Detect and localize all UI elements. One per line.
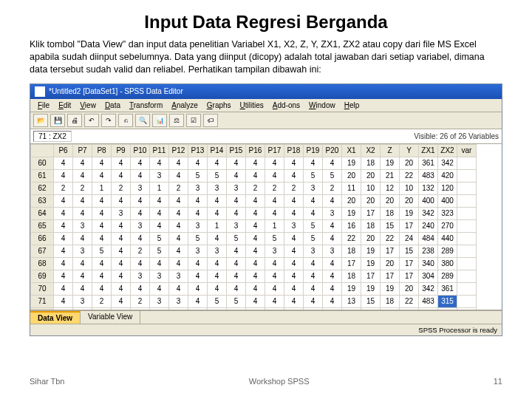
cell[interactable]: 400 — [419, 194, 438, 207]
cell[interactable]: 20 — [342, 194, 361, 207]
cell[interactable]: 4 — [73, 282, 92, 295]
cell[interactable]: 342 — [438, 157, 457, 169]
row-header[interactable]: 60 — [31, 157, 54, 169]
cell[interactable]: 483 — [419, 169, 438, 182]
cell[interactable]: 17 — [342, 257, 361, 270]
cell[interactable]: 3 — [304, 245, 323, 257]
cell[interactable]: 2 — [112, 182, 131, 194]
cell[interactable]: 4 — [112, 232, 131, 245]
cell[interactable]: 4 — [208, 194, 227, 207]
cell[interactable]: 5 — [188, 232, 208, 245]
cell[interactable]: 4 — [246, 232, 265, 245]
cell[interactable]: 3 — [169, 295, 188, 307]
row-header[interactable]: 70 — [31, 282, 54, 295]
cell[interactable]: 4 — [54, 194, 73, 207]
cell[interactable]: 4 — [150, 194, 169, 207]
tab-data-view[interactable]: Data View — [30, 311, 81, 324]
cell[interactable] — [112, 307, 131, 310]
redo-icon[interactable]: ↷ — [101, 114, 116, 127]
cell[interactable]: 289 — [438, 270, 457, 282]
row-header[interactable]: 65 — [31, 219, 54, 232]
column-header[interactable]: Y — [400, 144, 419, 157]
menu-edit[interactable]: Edit — [54, 100, 75, 110]
cell[interactable] — [54, 307, 73, 310]
cell[interactable]: 3 — [227, 182, 246, 194]
cell[interactable]: 4 — [188, 282, 208, 295]
cell[interactable]: 19 — [342, 282, 361, 295]
cell[interactable]: 342 — [419, 207, 438, 219]
column-header[interactable]: P12 — [169, 144, 188, 157]
cell[interactable]: 4 — [188, 157, 208, 169]
cell[interactable]: 17 — [361, 207, 381, 219]
column-header[interactable]: X2 — [361, 144, 381, 157]
cell[interactable]: 3 — [304, 182, 323, 194]
cell[interactable]: 5 — [150, 232, 169, 245]
cell[interactable] — [457, 207, 477, 219]
cell[interactable]: 4 — [131, 169, 150, 182]
cell[interactable]: 5 — [227, 232, 246, 245]
cell[interactable] — [304, 307, 323, 310]
cell[interactable]: 20 — [400, 282, 419, 295]
row-header[interactable]: 62 — [31, 182, 54, 194]
cell[interactable]: 4 — [131, 194, 150, 207]
data-grid[interactable]: P6P7P8P9P10P11P12P13P14P15P16P17P18P19P2… — [30, 144, 502, 310]
row-header[interactable]: 67 — [31, 245, 54, 257]
cell[interactable]: 4 — [73, 232, 92, 245]
cell[interactable]: 132 — [419, 182, 438, 194]
cell[interactable]: 3 — [131, 270, 150, 282]
cell[interactable]: 4 — [304, 295, 323, 307]
cell[interactable]: 4 — [54, 169, 73, 182]
cell[interactable] — [246, 307, 265, 310]
row-header[interactable]: 71 — [31, 295, 54, 307]
cell[interactable]: 4 — [150, 219, 169, 232]
cell[interactable]: 18 — [361, 157, 381, 169]
column-header[interactable]: ZX2 — [438, 144, 457, 157]
column-header[interactable]: P8 — [92, 144, 112, 157]
cell[interactable] — [457, 245, 477, 257]
menu-data[interactable]: Data — [100, 100, 125, 110]
cell[interactable]: 17 — [400, 270, 419, 282]
cell[interactable]: 4 — [284, 257, 304, 270]
cell[interactable]: 4 — [188, 270, 208, 282]
cell[interactable]: 4 — [54, 232, 73, 245]
cell[interactable]: 4 — [265, 157, 284, 169]
goto-icon[interactable]: ⎌ — [118, 114, 133, 127]
cell[interactable] — [457, 182, 477, 194]
cell[interactable]: 17 — [381, 245, 400, 257]
cell[interactable]: 289 — [438, 245, 457, 257]
cell[interactable]: 3 — [150, 270, 169, 282]
cell[interactable]: 270 — [438, 219, 457, 232]
cell[interactable]: 440 — [438, 232, 457, 245]
cell[interactable]: 4 — [323, 257, 342, 270]
cell[interactable]: 2 — [246, 182, 265, 194]
cell[interactable]: 4 — [169, 207, 188, 219]
open-icon[interactable]: 📂 — [33, 114, 48, 127]
cell[interactable]: 4 — [131, 232, 150, 245]
cell[interactable]: 4 — [188, 207, 208, 219]
cell[interactable]: 4 — [54, 157, 73, 169]
cell[interactable]: 342 — [419, 282, 438, 295]
cell[interactable]: 18 — [381, 295, 400, 307]
cell[interactable]: 3 — [112, 207, 131, 219]
cell[interactable]: 4 — [208, 282, 227, 295]
cell[interactable]: 4 — [265, 270, 284, 282]
cell[interactable]: 4 — [54, 257, 73, 270]
cell[interactable]: 10 — [400, 182, 419, 194]
cell[interactable]: 4 — [323, 295, 342, 307]
cell[interactable]: 4 — [92, 257, 112, 270]
cell[interactable]: 10 — [361, 182, 381, 194]
cell[interactable]: 4 — [131, 282, 150, 295]
column-header[interactable]: P10 — [131, 144, 150, 157]
cell[interactable]: 4 — [169, 219, 188, 232]
cell[interactable]: 18 — [342, 270, 361, 282]
cell[interactable]: 2 — [131, 295, 150, 307]
cell[interactable]: 4 — [284, 232, 304, 245]
cell[interactable]: 4 — [284, 270, 304, 282]
cell[interactable]: 4 — [284, 207, 304, 219]
cell[interactable]: 3 — [284, 219, 304, 232]
cell[interactable] — [457, 232, 477, 245]
cell[interactable]: 4 — [150, 157, 169, 169]
column-header[interactable]: P6 — [54, 144, 73, 157]
cell[interactable]: 4 — [73, 270, 92, 282]
cell[interactable]: 1 — [150, 182, 169, 194]
